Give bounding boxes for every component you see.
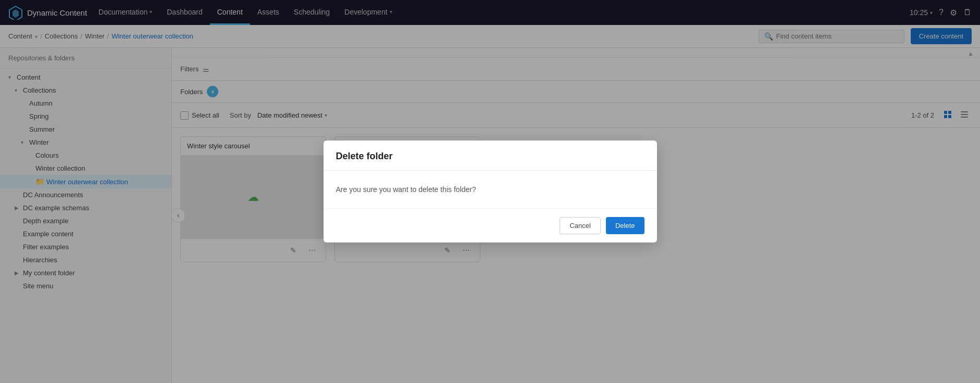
delete-button[interactable]: Delete	[606, 217, 644, 234]
cancel-button[interactable]: Cancel	[560, 217, 600, 234]
modal-title: Delete folder	[336, 151, 644, 162]
modal-header: Delete folder	[324, 141, 657, 171]
modal-body: Are you sure you want to delete this fol…	[324, 171, 657, 208]
delete-folder-modal: Delete folder Are you sure you want to d…	[324, 141, 657, 242]
modal-footer: Cancel Delete	[324, 208, 657, 242]
modal-overlay: Delete folder Are you sure you want to d…	[0, 0, 980, 383]
modal-message: Are you sure you want to delete this fol…	[336, 185, 644, 194]
